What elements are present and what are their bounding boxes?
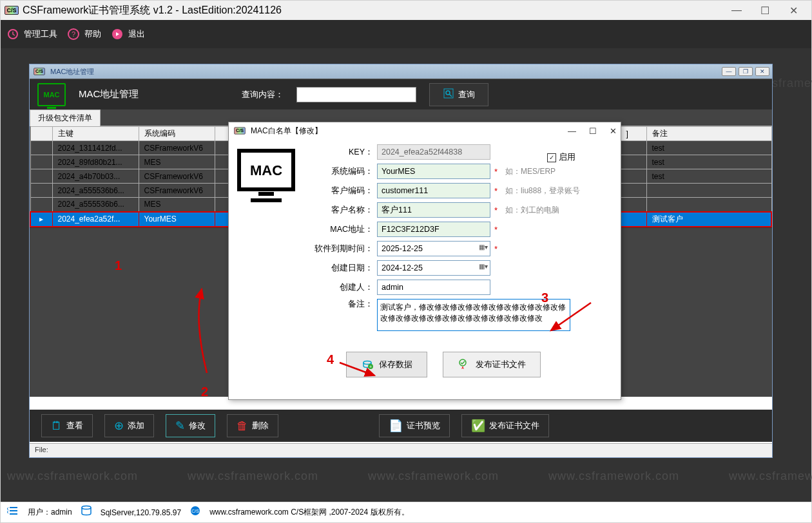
search-icon (443, 88, 454, 102)
db-icon (80, 505, 93, 520)
svg-text:C/S: C/S (191, 509, 199, 513)
exit-icon (110, 27, 124, 41)
datepicker-icon[interactable]: ▦▾ (479, 243, 488, 251)
checkbox-icon: ✓ (547, 153, 556, 162)
mac-icon: MAC (37, 83, 66, 106)
menu-admin-tools[interactable]: 管理工具 (6, 27, 57, 41)
enable-checkbox[interactable]: ✓ 启用 (547, 152, 575, 163)
creator-field[interactable] (377, 280, 490, 295)
window-title: CSFramework证书管理系统 v1.2 - LastEdition:202… (23, 4, 282, 17)
cert-publish-button[interactable]: ✅发布证书文件 (461, 414, 549, 437)
maximize-button[interactable]: ☐ (751, 1, 779, 19)
minimize-button[interactable]: — (722, 1, 751, 19)
add-icon: ⊕ (114, 419, 124, 433)
status-site: www.csframework.com C/S框架网 ,2007-2024 版权… (209, 507, 409, 518)
dialog-titlebar: C/S MAC白名单【修改】 — ☐ ✕ (229, 122, 621, 139)
main-menu-bar: 管理工具 ? 帮助 退出 (1, 20, 811, 48)
app-logo-icon: C/S (5, 6, 19, 15)
cert-publish-icon (458, 357, 470, 372)
mdi-close-button[interactable]: ✕ (755, 67, 769, 76)
remark-field[interactable] (377, 299, 570, 331)
custcode-field[interactable] (377, 183, 490, 198)
mac-field[interactable] (377, 222, 490, 237)
svg-point-15 (82, 506, 91, 509)
edit-dialog: C/S MAC白名单【修改】 — ☐ ✕ MAC ✓ 启用 KEY： 系统编码：… (228, 122, 621, 400)
mdi-statusbar: File: (30, 443, 772, 457)
svg-text:?: ? (72, 30, 75, 38)
preview-icon: 📄 (389, 419, 403, 433)
mdi-minimize-button[interactable]: — (722, 67, 736, 76)
dialog-mac-icon: MAC (235, 148, 306, 209)
save-button[interactable]: + 保存数据 (346, 352, 427, 377)
dialog-minimize-button[interactable]: — (568, 126, 576, 136)
svg-rect-9 (258, 192, 274, 196)
mdi-logo-icon: C/S (34, 68, 45, 75)
close-button[interactable]: ✕ (779, 1, 807, 19)
window-titlebar: C/S CSFramework证书管理系统 v1.2 - LastEdition… (1, 1, 811, 20)
status-db: SqlServer,120.79.85.97 (101, 508, 181, 517)
col-note[interactable]: 备注 (646, 127, 771, 141)
svg-text:MAC: MAC (250, 162, 282, 178)
expire-field[interactable] (377, 241, 490, 256)
cert-preview-button[interactable]: 📄证书预览 (379, 414, 450, 437)
menu-exit[interactable]: 退出 (110, 27, 145, 41)
key-field (377, 144, 490, 160)
svg-text:+: + (369, 365, 372, 369)
search-label: 查询内容： (242, 89, 284, 100)
admin-tools-icon (6, 27, 20, 41)
svg-line-6 (449, 94, 452, 97)
publish-icon: ✅ (471, 419, 485, 433)
tab-upgrade-list[interactable]: 升级包文件清单 (30, 109, 101, 126)
dialog-maximize-button[interactable]: ☐ (589, 126, 597, 136)
mdi-header: MAC MAC地址管理 查询内容： 查询 (30, 79, 772, 109)
svg-rect-10 (251, 198, 282, 202)
delete-icon: 🗑 (237, 419, 248, 433)
edit-icon: ✎ (175, 419, 185, 433)
menu-help[interactable]: ? 帮助 (66, 27, 101, 41)
add-button[interactable]: ⊕添加 (104, 414, 154, 437)
datepicker-icon[interactable]: ▦▾ (479, 263, 488, 270)
help-icon: ? (66, 27, 81, 41)
search-button[interactable]: 查询 (429, 83, 488, 106)
createdate-field[interactable] (377, 260, 490, 276)
status-bar: 用户：admin SqlServer,120.79.85.97 C/S www.… (1, 502, 811, 522)
mdi-header-title: MAC地址管理 (79, 88, 139, 100)
save-icon: + (361, 357, 374, 372)
edit-button[interactable]: ✎修改 (166, 414, 215, 437)
mdi-titlebar: C/S MAC地址管理 — ❐ ✕ (30, 64, 772, 79)
status-user: 用户：admin (28, 507, 72, 518)
dialog-logo-icon: C/S (234, 127, 246, 134)
custname-field[interactable] (377, 202, 490, 218)
mdi-restore-button[interactable]: ❐ (739, 67, 753, 76)
delete-button[interactable]: 🗑删除 (227, 414, 278, 437)
col-sys[interactable]: 系统编码 (139, 127, 215, 141)
svg-point-11 (363, 361, 371, 364)
publish-cert-button[interactable]: 发布证书文件 (443, 352, 541, 377)
col-pk[interactable]: 主键 (52, 127, 139, 141)
user-icon (7, 505, 20, 520)
syscode-field[interactable] (377, 164, 490, 179)
view-button[interactable]: 🗒查看 (41, 414, 93, 437)
mdi-toolbar: 🗒查看 ⊕添加 ✎修改 🗑删除 📄证书预览 ✅发布证书文件 (30, 410, 772, 442)
view-icon: 🗒 (51, 419, 63, 433)
site-icon: C/S (189, 505, 202, 520)
search-input[interactable] (296, 87, 416, 102)
dialog-close-button[interactable]: ✕ (610, 126, 617, 136)
